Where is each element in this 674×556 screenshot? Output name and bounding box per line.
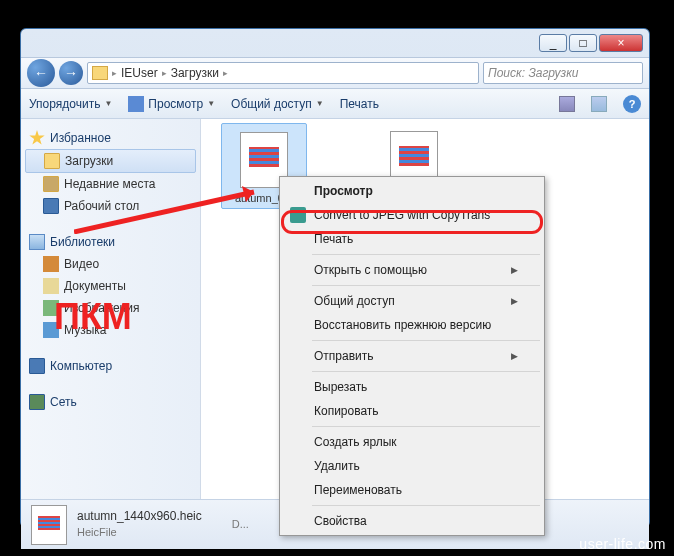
address-bar[interactable]: ▸ IEUser ▸ Загрузки ▸ <box>87 62 479 84</box>
close-button[interactable]: × <box>599 34 643 52</box>
view-icon[interactable] <box>559 96 575 112</box>
search-placeholder: Поиск: Загрузки <box>488 66 579 80</box>
folder-icon <box>92 66 108 80</box>
ctx-open-with[interactable]: Открыть с помощью▶ <box>282 258 542 282</box>
separator <box>312 340 540 341</box>
search-input[interactable]: Поиск: Загрузки <box>483 62 643 84</box>
ctx-cut[interactable]: Вырезать <box>282 375 542 399</box>
chevron-down-icon: ▼ <box>316 99 324 108</box>
maximize-button[interactable]: □ <box>569 34 597 52</box>
sidebar-network[interactable]: Сеть <box>25 391 196 413</box>
minimize-button[interactable]: _ <box>539 34 567 52</box>
sidebar-item-desktop[interactable]: Рабочий стол <box>25 195 196 217</box>
ctx-rename[interactable]: Переименовать <box>282 478 542 502</box>
ctx-preview[interactable]: Просмотр <box>282 179 542 203</box>
sidebar-favorites-header[interactable]: Избранное <box>25 127 196 149</box>
chevron-right-icon: ▸ <box>112 68 117 78</box>
separator <box>312 285 540 286</box>
pane-icon[interactable] <box>591 96 607 112</box>
separator <box>312 371 540 372</box>
ctx-convert-copytrans[interactable]: Convert to JPEG with CopyTrans <box>282 203 542 227</box>
chevron-right-icon: ▶ <box>511 265 518 275</box>
ctx-properties[interactable]: Свойства <box>282 509 542 533</box>
status-filename: autumn_1440x960.heic <box>77 508 202 525</box>
help-button[interactable]: ? <box>623 95 641 113</box>
context-menu: Просмотр Convert to JPEG with CopyTrans … <box>279 176 545 536</box>
chevron-right-icon: ▸ <box>223 68 228 78</box>
sidebar-item-documents[interactable]: Документы <box>25 275 196 297</box>
chevron-right-icon: ▶ <box>511 351 518 361</box>
annotation-label: ПКМ <box>54 296 132 338</box>
sidebar-item-video[interactable]: Видео <box>25 253 196 275</box>
sidebar-item-recent[interactable]: Недавние места <box>25 173 196 195</box>
preview-button[interactable]: Просмотр ▼ <box>128 96 215 112</box>
ctx-send-to[interactable]: Отправить▶ <box>282 344 542 368</box>
ctx-create-shortcut[interactable]: Создать ярлык <box>282 430 542 454</box>
titlebar: _ □ × <box>21 29 649 57</box>
preview-icon <box>128 96 144 112</box>
status-date-label: D... <box>232 517 249 532</box>
ctx-print[interactable]: Печать <box>282 227 542 251</box>
forward-button[interactable]: → <box>59 61 83 85</box>
ctx-copy[interactable]: Копировать <box>282 399 542 423</box>
separator <box>312 505 540 506</box>
document-icon <box>43 278 59 294</box>
chevron-right-icon: ▸ <box>162 68 167 78</box>
back-button[interactable]: ← <box>27 59 55 87</box>
print-button[interactable]: Печать <box>340 97 379 111</box>
star-icon <box>29 130 45 146</box>
network-icon <box>29 394 45 410</box>
ctx-share[interactable]: Общий доступ▶ <box>282 289 542 313</box>
toolbar: Упорядочить ▼ Просмотр ▼ Общий доступ ▼ … <box>21 89 649 119</box>
separator <box>312 426 540 427</box>
organize-button[interactable]: Упорядочить ▼ <box>29 97 112 111</box>
copytrans-icon <box>290 207 306 223</box>
nav-bar: ← → ▸ IEUser ▸ Загрузки ▸ Поиск: Загрузк… <box>21 57 649 89</box>
chevron-down-icon: ▼ <box>104 99 112 108</box>
chevron-down-icon: ▼ <box>207 99 215 108</box>
separator <box>312 254 540 255</box>
share-button[interactable]: Общий доступ ▼ <box>231 97 324 111</box>
status-filetype: HeicFile <box>77 525 202 540</box>
video-icon <box>43 256 59 272</box>
watermark: user-life.com <box>579 536 666 552</box>
status-file-icon <box>31 505 67 545</box>
sidebar-computer[interactable]: Компьютер <box>25 355 196 377</box>
sidebar-libraries-header[interactable]: Библиотеки <box>25 231 196 253</box>
computer-icon <box>29 358 45 374</box>
desktop-icon <box>43 198 59 214</box>
folder-icon <box>44 153 60 169</box>
sidebar-item-downloads[interactable]: Загрузки <box>25 149 196 173</box>
ctx-delete[interactable]: Удалить <box>282 454 542 478</box>
breadcrumb-item[interactable]: Загрузки <box>171 66 219 80</box>
breadcrumb-item[interactable]: IEUser <box>121 66 158 80</box>
folder-icon <box>43 176 59 192</box>
chevron-right-icon: ▶ <box>511 296 518 306</box>
ctx-restore-version[interactable]: Восстановить прежнюю версию <box>282 313 542 337</box>
library-icon <box>29 234 45 250</box>
